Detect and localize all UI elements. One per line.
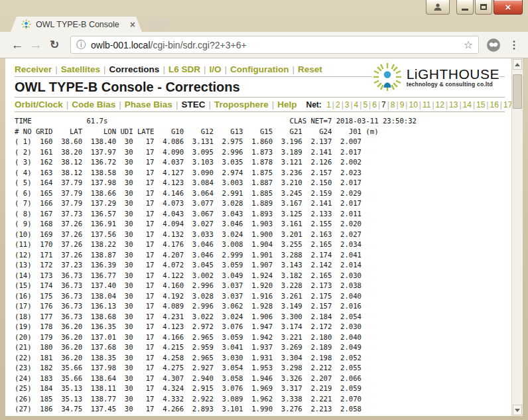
menu-dots-icon[interactable]: ⋮ bbox=[509, 38, 519, 51]
stec-data-table: TIME 61.7s CLAS NET=7 2018-03-11 23:50:3… bbox=[15, 116, 511, 415]
nav-i-o[interactable]: I/O bbox=[209, 64, 221, 74]
table-row: ( 1) 160 38.60 138.40 30 17 4.086 3.131 … bbox=[15, 137, 511, 147]
separator: | bbox=[205, 100, 214, 109]
separator: | bbox=[395, 100, 400, 109]
url-text[interactable]: owlb-001.local/cgi-bin/sdr.cgi?2+3+6+ bbox=[91, 40, 460, 50]
separator: | bbox=[331, 100, 336, 109]
browser-tab[interactable]: OWL TYPE-B Console × bbox=[11, 17, 142, 32]
net-label: Net: bbox=[306, 100, 321, 109]
table-row: ( 6) 165 37.79 138.66 30 17 4.146 3.064 … bbox=[15, 188, 511, 199]
separator: | bbox=[472, 100, 476, 109]
table-row: (18) 177 36.73 138.68 30 17 4.231 3.022 … bbox=[15, 312, 511, 322]
separator: | bbox=[377, 100, 381, 109]
table-header-line: # NO GRID LAT LON UDI LATE G10 G12 G13 G… bbox=[15, 127, 511, 137]
table-row: (15) 174 36.73 137.40 30 17 4.160 2.996 … bbox=[15, 281, 511, 291]
net-selector: Net: 1|2|3|4|5|6|7|8|9|10|11|12|13|14|15… bbox=[306, 100, 511, 109]
separator: | bbox=[418, 100, 423, 109]
forward-icon[interactable]: → bbox=[27, 38, 45, 51]
subnav-orbit-clock[interactable]: Orbit/Clock bbox=[15, 100, 63, 109]
separator: | bbox=[115, 100, 125, 109]
table-row: ( 9) 168 37.26 136.91 30 17 4.094 3.027 … bbox=[15, 219, 511, 230]
minimize-button[interactable] bbox=[456, 0, 474, 15]
subnav-help[interactable]: Help bbox=[277, 100, 297, 109]
extension-owl-icon[interactable] bbox=[486, 38, 501, 52]
separator: | bbox=[200, 64, 210, 74]
separator: | bbox=[159, 64, 168, 74]
minimize-icon bbox=[462, 9, 468, 11]
tab-close-icon[interactable]: × bbox=[130, 20, 135, 29]
table-row: (16) 175 36.73 138.04 30 17 4.192 3.028 … bbox=[15, 291, 511, 302]
net-link-15[interactable]: 15 bbox=[476, 100, 485, 109]
page-info-icon[interactable]: ⓘ bbox=[76, 39, 86, 51]
table-row: (21) 180 36.20 137.68 30 17 4.215 2.959 … bbox=[15, 342, 511, 353]
maximize-button[interactable] bbox=[475, 0, 492, 15]
nav-satellites[interactable]: Satellites bbox=[61, 64, 100, 74]
table-row: ( 2) 161 38.20 137.97 30 17 4.090 3.095 … bbox=[15, 147, 511, 158]
net-link-14[interactable]: 14 bbox=[463, 100, 472, 109]
net-link-11[interactable]: 11 bbox=[423, 100, 430, 109]
net-link-6[interactable]: 6 bbox=[372, 100, 377, 109]
net-link-10[interactable]: 10 bbox=[409, 100, 417, 109]
profile-button[interactable] bbox=[426, 0, 450, 15]
url-host: owlb-001.local bbox=[91, 40, 151, 50]
table-row: (14) 173 36.73 136.77 30 17 4.122 3.002 … bbox=[15, 271, 511, 281]
browser-window: × OWL TYPE-B Console × ← → ↻ ⓘ owlb-001.… bbox=[0, 0, 528, 420]
table-row: ( 8) 167 37.73 136.57 30 17 4.043 3.067 … bbox=[15, 209, 511, 220]
net-link-2[interactable]: 2 bbox=[336, 100, 340, 109]
subnav-troposphere[interactable]: Troposphere bbox=[214, 100, 269, 109]
table-row: (27) 186 34.75 137.45 30 17 4.266 2.893 … bbox=[15, 404, 511, 415]
separator: | bbox=[52, 64, 61, 74]
page-content: LiGHTHOUSE technology & consulting co.lt… bbox=[5, 58, 511, 416]
net-link-1[interactable]: 1 bbox=[326, 100, 331, 109]
reload-icon[interactable]: ↻ bbox=[45, 39, 64, 50]
window-caption-buttons: × bbox=[426, 0, 523, 15]
table-row: (12) 171 37.26 138.87 30 17 4.207 3.046 … bbox=[15, 250, 511, 261]
subnav-phase-bias[interactable]: Phase Bias bbox=[125, 100, 172, 109]
table-row: ( 7) 166 37.79 137.29 30 17 4.073 3.077 … bbox=[15, 198, 511, 209]
nav-reset[interactable]: Reset bbox=[298, 64, 322, 74]
separator: | bbox=[444, 100, 449, 109]
net-link-7[interactable]: 7 bbox=[381, 100, 386, 109]
logo-name: LiGHTHOUSE bbox=[407, 67, 499, 81]
separator: | bbox=[499, 100, 503, 109]
table-row: ( 5) 164 37.79 137.98 30 17 4.123 3.084 … bbox=[15, 178, 511, 188]
separator: | bbox=[289, 64, 298, 74]
subnav-stec[interactable]: STEC bbox=[181, 100, 205, 109]
table-row: ( 3) 162 38.12 136.72 30 17 4.037 3.103 … bbox=[15, 157, 511, 168]
close-button[interactable]: × bbox=[494, 0, 523, 15]
separator: | bbox=[63, 100, 72, 109]
nav-receiver[interactable]: Receiver bbox=[15, 64, 52, 74]
subnav-code-bias[interactable]: Code Bias bbox=[72, 100, 115, 109]
table-row: (13) 172 37.23 136.39 30 17 4.072 3.045 … bbox=[15, 260, 511, 271]
scrollbar-thumb[interactable] bbox=[513, 74, 522, 109]
net-link-16[interactable]: 16 bbox=[490, 100, 498, 109]
table-row: (10) 169 37.26 137.56 30 17 4.132 3.033 … bbox=[15, 230, 511, 240]
table-row: (22) 181 36.20 138.35 30 17 4.258 2.965 … bbox=[15, 353, 511, 364]
separator: | bbox=[100, 64, 109, 74]
vertical-scrollbar[interactable] bbox=[511, 58, 523, 416]
maximize-icon bbox=[480, 4, 487, 10]
logo-subtitle: technology & consulting co.ltd bbox=[407, 81, 499, 88]
nav-configuration[interactable]: Configuration bbox=[230, 64, 289, 74]
logo-text: LiGHTHOUSE technology & consulting co.lt… bbox=[407, 67, 499, 88]
browser-toolbar: ← → ↻ ⓘ owlb-001.local/cgi-bin/sdr.cgi?2… bbox=[0, 32, 528, 58]
table-status-line: TIME 61.7s CLAS NET=7 2018-03-11 23:50:3… bbox=[15, 116, 511, 127]
back-icon[interactable]: ← bbox=[8, 38, 27, 51]
table-row: (25) 184 35.13 138.11 30 17 4.324 2.915 … bbox=[15, 384, 511, 394]
url-path: /cgi-bin/sdr.cgi?2+3+6+ bbox=[151, 40, 247, 50]
nav-corrections[interactable]: Corrections bbox=[109, 64, 160, 74]
scroll-down-button[interactable] bbox=[513, 405, 522, 415]
divider bbox=[15, 97, 505, 98]
new-tab-button[interactable] bbox=[146, 19, 171, 30]
arrow-up-icon bbox=[515, 63, 520, 66]
separator: | bbox=[221, 64, 230, 74]
net-link-13[interactable]: 13 bbox=[449, 100, 458, 109]
net-link-17[interactable]: 17 bbox=[503, 100, 511, 109]
table-row: (23) 182 35.66 137.98 30 17 4.275 2.927 … bbox=[15, 363, 511, 374]
net-link-8[interactable]: 8 bbox=[391, 100, 395, 109]
address-bar[interactable]: ⓘ owlb-001.local/cgi-bin/sdr.cgi?2+3+6+ … bbox=[70, 36, 479, 54]
bookmark-star-icon[interactable]: ☆ bbox=[464, 38, 473, 51]
nav-l6-sdr[interactable]: L6 SDR bbox=[168, 64, 200, 74]
scroll-up-button[interactable] bbox=[513, 59, 522, 70]
net-link-12[interactable]: 12 bbox=[436, 100, 444, 109]
